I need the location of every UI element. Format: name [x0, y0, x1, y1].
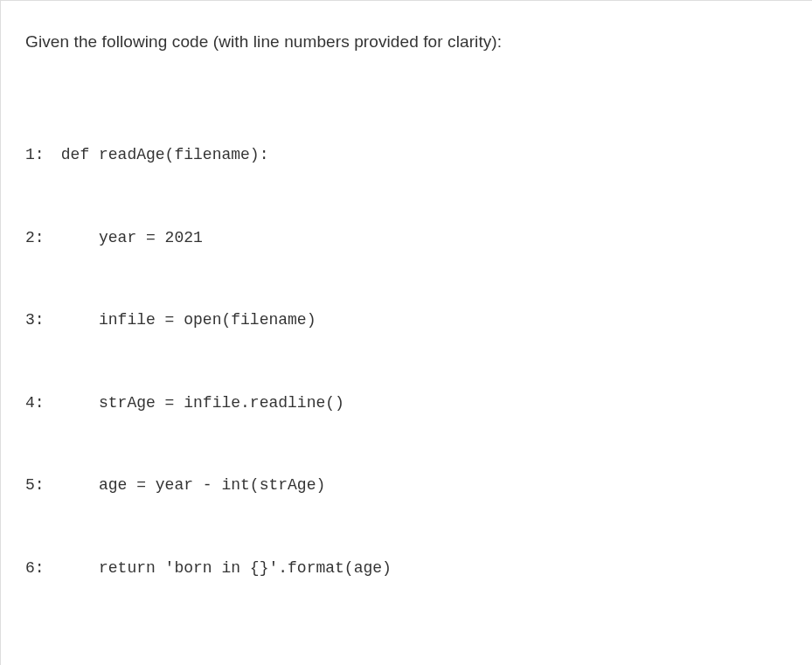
line-text: infile = open(filename) — [52, 311, 316, 329]
code-line: 4: strAge = infile.readline() — [25, 390, 788, 418]
line-number: 1: — [25, 142, 52, 170]
line-text: def readAge(filename): — [52, 146, 268, 163]
line-text: year = 2021 — [52, 229, 203, 246]
code-line: 5: age = year - int(strAge) — [25, 472, 788, 500]
line-number: 2: — [25, 225, 52, 253]
line-number: 6: — [25, 555, 52, 583]
line-text: strAge = infile.readline() — [52, 394, 344, 412]
code-line: 3: infile = open(filename) — [25, 307, 788, 335]
line-text: age = year - int(strAge) — [52, 476, 325, 494]
line-number: 3: — [25, 307, 52, 335]
question-container: Given the following code (with line numb… — [0, 0, 812, 665]
code-block: 1: def readAge(filename): 2: year = 2021… — [25, 87, 788, 637]
code-line: 6: return 'born in {}'.format(age) — [25, 555, 788, 583]
line-number: 4: — [25, 390, 52, 418]
line-number: 5: — [25, 472, 52, 500]
intro-text: Given the following code (with line numb… — [25, 32, 788, 52]
code-line: 1: def readAge(filename): — [25, 142, 788, 170]
code-line: 2: year = 2021 — [25, 225, 788, 253]
line-text: return 'born in {}'.format(age) — [52, 559, 392, 577]
